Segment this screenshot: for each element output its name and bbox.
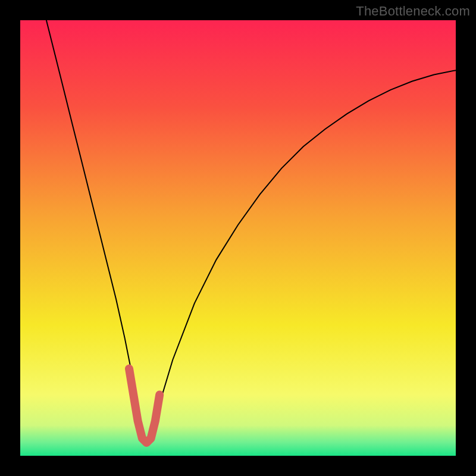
bottleneck-curve: [46, 20, 456, 443]
chart-frame: TheBottleneck.com: [0, 0, 476, 476]
watermark-text: TheBottleneck.com: [356, 4, 470, 19]
valley-highlight: [129, 369, 159, 443]
curve-overlay: [20, 20, 456, 456]
